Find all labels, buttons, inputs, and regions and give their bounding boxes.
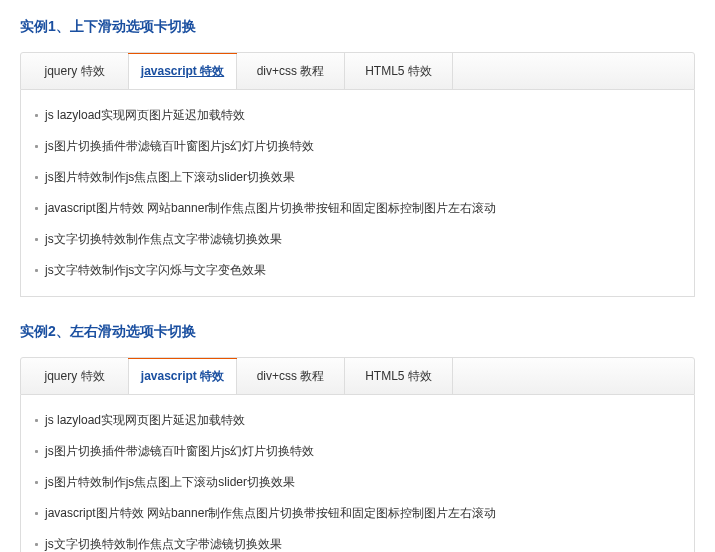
bullet-icon xyxy=(35,114,38,117)
list-item: js lazyload实现网页图片延迟加载特效 xyxy=(35,100,680,131)
list-item-link[interactable]: js图片特效制作js焦点图上下滚动slider切换效果 xyxy=(45,475,295,489)
tab-3[interactable]: HTML5 特效 xyxy=(345,358,453,394)
tab-0[interactable]: jquery 特效 xyxy=(21,358,129,394)
list-item-link[interactable]: js lazyload实现网页图片延迟加载特效 xyxy=(45,413,245,427)
bullet-icon xyxy=(35,145,38,148)
tab-label: div+css 教程 xyxy=(257,64,325,78)
list-item-link[interactable]: js图片特效制作js焦点图上下滚动slider切换效果 xyxy=(45,170,295,184)
list-item: js图片切换插件带滤镜百叶窗图片js幻灯片切换特效 xyxy=(35,131,680,162)
bullet-icon xyxy=(35,481,38,484)
tab-2[interactable]: div+css 教程 xyxy=(237,53,345,89)
tab-label: HTML5 特效 xyxy=(365,369,432,383)
list-item-link[interactable]: js图片切换插件带滤镜百叶窗图片js幻灯片切换特效 xyxy=(45,139,314,153)
list-item: js图片特效制作js焦点图上下滚动slider切换效果 xyxy=(35,467,680,498)
bullet-icon xyxy=(35,543,38,546)
bullet-icon xyxy=(35,238,38,241)
tab-bar: jquery 特效javascript 特效div+css 教程HTML5 特效 xyxy=(20,52,695,90)
list-item-link[interactable]: js lazyload实现网页图片延迟加载特效 xyxy=(45,108,245,122)
list-item-link[interactable]: js文字特效制作js文字闪烁与文字变色效果 xyxy=(45,263,266,277)
list-item: js文字特效制作js文字闪烁与文字变色效果 xyxy=(35,255,680,286)
bullet-icon xyxy=(35,269,38,272)
list-item-link[interactable]: js文字切换特效制作焦点文字带滤镜切换效果 xyxy=(45,232,282,246)
list-item: javascript图片特效 网站banner制作焦点图片切换带按钮和固定图标控… xyxy=(35,193,680,224)
bullet-icon xyxy=(35,512,38,515)
tab-label: javascript 特效 xyxy=(141,369,224,383)
list-item: js图片特效制作js焦点图上下滚动slider切换效果 xyxy=(35,162,680,193)
tab-3[interactable]: HTML5 特效 xyxy=(345,53,453,89)
list-item-link[interactable]: js文字切换特效制作焦点文字带滤镜切换效果 xyxy=(45,537,282,551)
example-section-2: 实例2、左右滑动选项卡切换jquery 特效javascript 特效div+c… xyxy=(20,323,695,552)
tab-label: jquery 特效 xyxy=(44,64,104,78)
example-section-1: 实例1、上下滑动选项卡切换jquery 特效javascript 特效div+c… xyxy=(20,18,695,297)
list-item: js文字切换特效制作焦点文字带滤镜切换效果 xyxy=(35,529,680,552)
bullet-icon xyxy=(35,419,38,422)
example-title: 实例2、左右滑动选项卡切换 xyxy=(20,323,695,341)
tab-label: javascript 特效 xyxy=(141,64,224,78)
tab-label: jquery 特效 xyxy=(44,369,104,383)
tab-label: div+css 教程 xyxy=(257,369,325,383)
list-item: javascript图片特效 网站banner制作焦点图片切换带按钮和固定图标控… xyxy=(35,498,680,529)
example-title: 实例1、上下滑动选项卡切换 xyxy=(20,18,695,36)
tab-2[interactable]: div+css 教程 xyxy=(237,358,345,394)
list-item: js图片切换插件带滤镜百叶窗图片js幻灯片切换特效 xyxy=(35,436,680,467)
list-item: js lazyload实现网页图片延迟加载特效 xyxy=(35,405,680,436)
list-item-link[interactable]: javascript图片特效 网站banner制作焦点图片切换带按钮和固定图标控… xyxy=(45,506,496,520)
tab-bar: jquery 特效javascript 特效div+css 教程HTML5 特效 xyxy=(20,357,695,395)
tab-1[interactable]: javascript 特效 xyxy=(129,358,237,394)
tab-1[interactable]: javascript 特效 xyxy=(129,53,237,89)
list-item-link[interactable]: js图片切换插件带滤镜百叶窗图片js幻灯片切换特效 xyxy=(45,444,314,458)
list-item-link[interactable]: javascript图片特效 网站banner制作焦点图片切换带按钮和固定图标控… xyxy=(45,201,496,215)
tab-0[interactable]: jquery 特效 xyxy=(21,53,129,89)
tab-label: HTML5 特效 xyxy=(365,64,432,78)
bullet-icon xyxy=(35,207,38,210)
list-item: js文字切换特效制作焦点文字带滤镜切换效果 xyxy=(35,224,680,255)
tab-content: js lazyload实现网页图片延迟加载特效js图片切换插件带滤镜百叶窗图片j… xyxy=(20,90,695,297)
bullet-icon xyxy=(35,176,38,179)
tab-content: js lazyload实现网页图片延迟加载特效js图片切换插件带滤镜百叶窗图片j… xyxy=(20,395,695,552)
bullet-icon xyxy=(35,450,38,453)
